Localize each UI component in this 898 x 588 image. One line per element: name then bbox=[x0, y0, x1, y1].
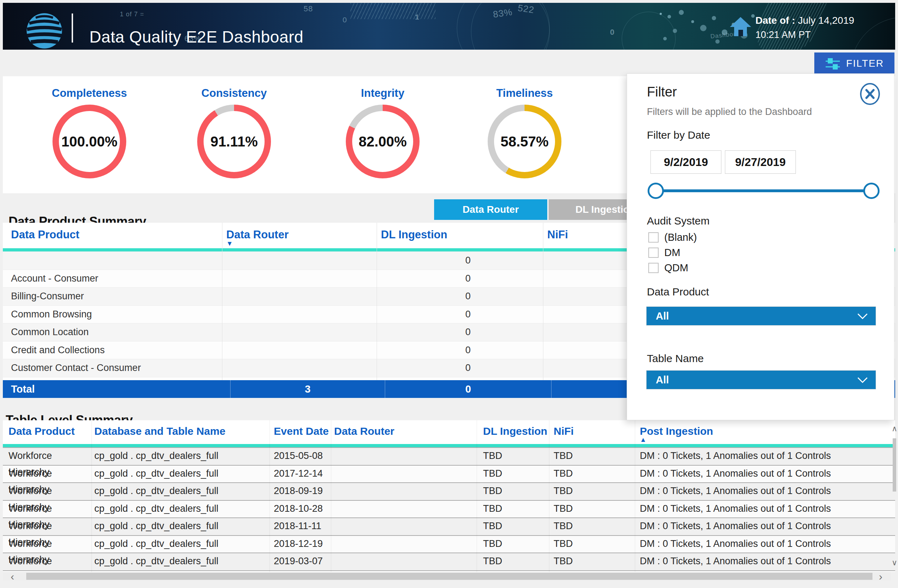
filter-panel: Filter Filters will be applied to the Da… bbox=[627, 74, 895, 420]
scroll-left-icon[interactable]: ‹ bbox=[11, 571, 14, 583]
checkbox-icon[interactable] bbox=[648, 232, 659, 243]
column-header-data-router[interactable]: Data Router bbox=[331, 420, 477, 444]
report-date: Date of : July 14,2019 10:21 AM PT bbox=[755, 14, 854, 42]
dropdown-value: All bbox=[656, 374, 669, 386]
tab-label: Data Router bbox=[463, 204, 519, 215]
checkbox-icon[interactable] bbox=[648, 248, 659, 258]
header-divider bbox=[72, 14, 73, 43]
page-title: Data Quality E2E Dashboard bbox=[89, 27, 304, 46]
filter-panel-title: Filter bbox=[647, 85, 677, 100]
filter-button[interactable]: FILTER bbox=[814, 52, 895, 74]
date-label: Date of : bbox=[755, 15, 795, 26]
audit-system-label: Audit System bbox=[647, 215, 710, 227]
data-product-label: Data Product bbox=[647, 286, 709, 298]
column-header-nifi[interactable]: NiFi bbox=[549, 420, 635, 444]
total-label: Total bbox=[3, 380, 230, 398]
table-row[interactable]: Workforce Hierarchy cp_gold . cp_dtv_dea… bbox=[3, 500, 895, 518]
gauge-timeliness: Timeliness 58.57% bbox=[471, 76, 578, 179]
filter-by-date-label: Filter by Date bbox=[647, 129, 710, 141]
header-decoration bbox=[850, 17, 895, 50]
column-header-data-product[interactable]: Data Product bbox=[3, 420, 92, 444]
column-header-data-product[interactable]: Data Product bbox=[3, 223, 222, 248]
column-header-data-router[interactable]: Data Router ▼ bbox=[222, 223, 377, 248]
table-body: Workforce Hierarchy cp_gold . cp_dtv_dea… bbox=[3, 447, 895, 572]
header-bg-text: 1 of 7 = bbox=[120, 11, 145, 18]
header-bg-text: 0 bbox=[343, 15, 347, 24]
data-product-dropdown[interactable]: All bbox=[646, 306, 876, 326]
dashboard-root: 1 of 7 = 63% 58 0 83% 522 1 27 Dashboard… bbox=[0, 0, 898, 588]
header-bg-text: 1 bbox=[415, 13, 420, 21]
tab-data-router[interactable]: Data Router bbox=[434, 199, 547, 220]
app-header: 1 of 7 = 63% 58 0 83% 522 1 27 Dashboard… bbox=[3, 3, 895, 50]
vertical-scrollbar-thumb[interactable] bbox=[893, 438, 896, 491]
column-divider bbox=[222, 223, 222, 380]
checkbox-icon[interactable] bbox=[648, 263, 659, 273]
table-header-row: Data Product Database and Table Name Eve… bbox=[3, 420, 895, 444]
table-name-label: Table Name bbox=[647, 352, 704, 365]
filter-button-label: FILTER bbox=[846, 58, 884, 69]
scroll-right-icon[interactable]: › bbox=[879, 571, 883, 583]
column-divider bbox=[543, 223, 543, 380]
filter-panel-subtitle: Filters will be applied to the Dashboard bbox=[647, 106, 812, 117]
checkbox-label: DM bbox=[664, 247, 680, 259]
gauge-completeness: Completeness 100.00% bbox=[36, 76, 143, 179]
slider-handle-start[interactable] bbox=[647, 183, 664, 199]
horizontal-scrollbar[interactable]: ‹ › bbox=[3, 572, 891, 580]
column-header-dl-ingestion[interactable]: DL Ingestion bbox=[477, 420, 549, 444]
table-row[interactable]: Workforce Hierarchy cp_gold . cp_dtv_dea… bbox=[3, 535, 895, 553]
gauge-title: Completeness bbox=[36, 87, 143, 100]
gauge-ring: 91.11% bbox=[197, 105, 271, 179]
checkbox-blank[interactable]: (Blank) bbox=[648, 232, 697, 243]
sliders-icon bbox=[825, 57, 841, 70]
column-header-post-ingestion[interactable]: Post Ingestion ▲ bbox=[635, 420, 895, 444]
slider-handle-end[interactable] bbox=[863, 183, 880, 199]
checkbox-qdm[interactable]: QDM bbox=[648, 262, 688, 274]
gauge-value: 58.57% bbox=[500, 134, 549, 150]
header-underline bbox=[3, 444, 895, 447]
gauge-title: Consistency bbox=[181, 87, 287, 100]
column-header-dl-ingestion[interactable]: DL Ingestion bbox=[377, 223, 543, 248]
end-date-input[interactable]: 9/27/2019 bbox=[725, 150, 796, 174]
gauge-ring: 58.57% bbox=[487, 105, 561, 179]
table-row[interactable]: Workforce Hierarchy cp_gold . cp_dtv_dea… bbox=[3, 482, 895, 500]
gauge-ring: 82.00% bbox=[346, 105, 420, 179]
gauge-value: 100.00% bbox=[62, 134, 117, 150]
table-name-dropdown[interactable]: All bbox=[646, 370, 876, 389]
gauge-integrity: Integrity 82.00% bbox=[329, 76, 436, 179]
header-bg-text: 0 bbox=[610, 28, 615, 37]
start-date-input[interactable]: 9/2/2019 bbox=[650, 150, 721, 174]
date-range-slider[interactable] bbox=[655, 189, 868, 192]
att-globe-logo bbox=[26, 12, 63, 50]
vertical-scrollbar[interactable]: ∧ ∨ bbox=[891, 423, 898, 572]
gauge-ring: 100.00% bbox=[52, 105, 126, 179]
checkbox-dm[interactable]: DM bbox=[648, 247, 680, 259]
time-value: 10:21 AM PT bbox=[755, 28, 854, 42]
gauge-value: 91.11% bbox=[210, 134, 257, 150]
gauge-title: Integrity bbox=[329, 87, 436, 100]
home-icon[interactable] bbox=[729, 16, 752, 37]
column-header-event-date[interactable]: Event Date bbox=[269, 420, 331, 444]
close-icon[interactable] bbox=[859, 83, 881, 105]
sort-desc-icon: ▼ bbox=[226, 241, 377, 246]
scroll-down-icon[interactable]: ∨ bbox=[892, 558, 897, 567]
table-row[interactable]: Workforce Hierarchy cp_gold . cp_dtv_dea… bbox=[3, 517, 895, 535]
sort-asc-icon: ▲ bbox=[640, 437, 895, 442]
total-data-router: 3 bbox=[230, 380, 385, 398]
header-decoration bbox=[660, 13, 662, 15]
date-value: July 14,2019 bbox=[798, 15, 854, 26]
header-decoration bbox=[622, 12, 676, 50]
column-header-database-table[interactable]: Database and Table Name bbox=[92, 420, 269, 444]
table-row[interactable]: Workforce Hierarchy cp_gold . cp_dtv_dea… bbox=[3, 553, 895, 570]
horizontal-scrollbar-thumb[interactable] bbox=[26, 573, 872, 580]
total-dl-ingestion: 0 bbox=[385, 380, 551, 398]
column-divider bbox=[269, 420, 270, 572]
checkbox-label: QDM bbox=[664, 262, 688, 274]
table-row[interactable]: Workforce Hierarchy cp_gold . cp_dtv_dea… bbox=[3, 447, 895, 465]
column-divider bbox=[549, 420, 549, 572]
column-divider bbox=[377, 223, 377, 380]
header-bg-text: 522 bbox=[517, 3, 535, 15]
gauge-consistency: Consistency 91.11% bbox=[181, 76, 287, 179]
scroll-up-icon[interactable]: ∧ bbox=[892, 424, 897, 433]
table-row[interactable]: Workforce Hierarchy cp_gold . cp_dtv_dea… bbox=[3, 465, 895, 483]
dropdown-value: All bbox=[656, 310, 669, 322]
